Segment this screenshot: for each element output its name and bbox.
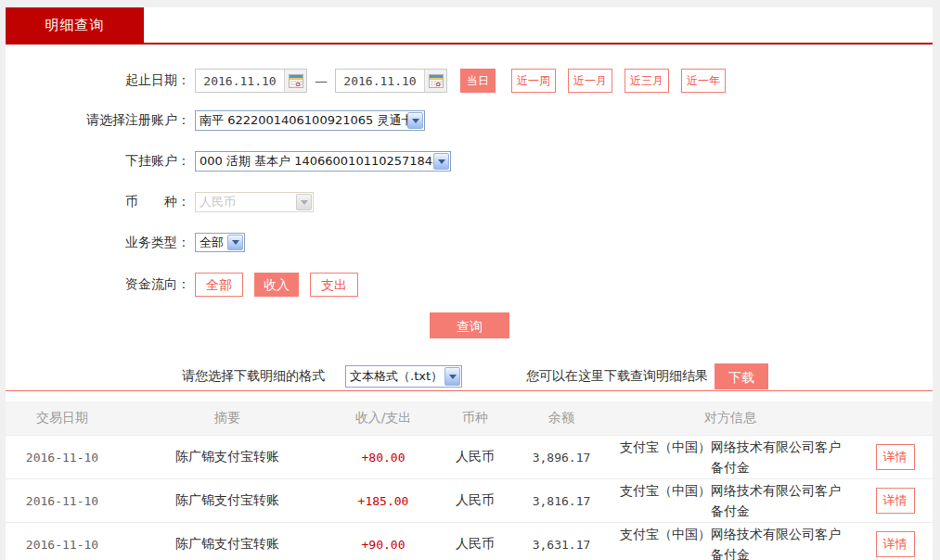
cell-summary: 陈广锦支付宝转账 — [119, 492, 336, 509]
currency-row: 币 种： 人民币 — [6, 192, 314, 212]
fund-flow-label: 资金流向： — [6, 276, 195, 293]
date-range-row: 起止日期： — — [6, 69, 726, 93]
header-currency: 币种 — [431, 410, 520, 426]
header-summary: 摘要 — [119, 410, 336, 426]
tab-underline — [6, 43, 933, 45]
counterparty-line1: 支付宝（中国）网络技术有限公司客户 — [603, 480, 857, 501]
currency-select: 人民币 — [195, 192, 314, 212]
business-type-value: 全部 — [200, 235, 224, 251]
download-format-label: 请您选择下载明细的格式 — [182, 368, 325, 385]
quick-range-month-button[interactable]: 近一月 — [568, 69, 612, 93]
counterparty-line2: 备付金 — [603, 544, 857, 560]
fund-flow-income-button[interactable]: 收入 — [254, 273, 299, 297]
cell-balance: 3,896.17 — [520, 451, 603, 465]
cell-date: 2016-11-10 — [6, 538, 119, 552]
header-amount: 收入/支出 — [336, 410, 431, 426]
currency-label: 币 种： — [6, 194, 195, 210]
register-account-row: 请选择注册账户： 南平 6222001406100921065 灵通卡 — [6, 110, 425, 131]
detail-button[interactable]: 详情 — [876, 531, 915, 557]
table-header: 交易日期 摘要 收入/支出 币种 余额 对方信息 — [6, 401, 933, 435]
form-table-divider — [6, 390, 933, 391]
header-counterparty: 对方信息 — [603, 410, 857, 426]
end-date-input[interactable] — [336, 74, 424, 88]
download-format-select[interactable]: 文本格式（.txt） — [345, 365, 462, 388]
cell-summary: 陈广锦支付宝转账 — [119, 449, 336, 465]
tab-detail-query[interactable]: 明细查询 — [6, 7, 144, 43]
register-account-value: 南平 6222001406100921065 灵通卡 — [200, 112, 413, 129]
chevron-down-icon — [227, 235, 243, 250]
start-date-field — [195, 69, 307, 93]
quick-range-today-button[interactable]: 当日 — [460, 69, 496, 93]
counterparty-line2: 备付金 — [603, 457, 857, 477]
download-format-value: 文本格式（.txt） — [350, 368, 443, 385]
download-hint: 您可以在这里下载查询明细结果 — [526, 368, 708, 385]
cell-date: 2016-11-10 — [6, 451, 119, 465]
detail-button[interactable]: 详情 — [876, 444, 915, 470]
table-row: 2016-11-10 陈广锦支付宝转账 +90.00 人民币 3,631.17 … — [6, 522, 933, 560]
date-separator: — — [315, 73, 328, 88]
sub-account-value: 000 活期 基本户 1406600101102571848 — [200, 153, 440, 170]
counterparty-line1: 支付宝（中国）网络技术有限公司客户 — [603, 437, 857, 457]
chevron-down-icon — [407, 112, 423, 129]
end-date-calendar-icon[interactable] — [424, 70, 446, 92]
start-date-input[interactable] — [196, 74, 284, 88]
business-type-row: 业务类型： 全部 — [6, 233, 245, 252]
download-button[interactable]: 下载 — [715, 363, 768, 389]
cell-currency: 人民币 — [431, 536, 520, 553]
sub-account-label: 下挂账户： — [6, 153, 195, 170]
quick-range-week-button[interactable]: 近一周 — [511, 69, 556, 93]
header-date: 交易日期 — [6, 410, 119, 426]
cell-date: 2016-11-10 — [6, 494, 119, 508]
cell-balance: 3,816.17 — [520, 494, 603, 508]
end-date-field — [335, 69, 447, 93]
register-account-select[interactable]: 南平 6222001406100921065 灵通卡 — [195, 110, 425, 131]
sub-account-row: 下挂账户： 000 活期 基本户 1406600101102571848 — [6, 151, 451, 172]
currency-value: 人民币 — [200, 194, 236, 210]
chevron-down-icon — [444, 367, 460, 386]
cell-currency: 人民币 — [431, 449, 520, 465]
start-date-calendar-icon[interactable] — [284, 70, 306, 92]
detail-button[interactable]: 详情 — [876, 488, 915, 514]
register-account-label: 请选择注册账户： — [6, 112, 195, 129]
date-range-label: 起止日期： — [6, 72, 195, 89]
cell-amount: +90.00 — [336, 538, 431, 552]
table-row: 2016-11-10 陈广锦支付宝转账 +80.00 人民币 3,896.17 … — [6, 435, 933, 478]
cell-counterparty: 支付宝（中国）网络技术有限公司客户 备付金 — [603, 524, 857, 560]
download-row: 请您选择下载明细的格式 文本格式（.txt） 您可以在这里下载查询明细结果 下载 — [6, 363, 933, 389]
cell-counterparty: 支付宝（中国）网络技术有限公司客户 备付金 — [603, 437, 857, 477]
fund-flow-all-button[interactable]: 全部 — [195, 273, 243, 297]
business-type-select[interactable]: 全部 — [195, 233, 245, 252]
cell-amount: +185.00 — [336, 494, 431, 508]
counterparty-line2: 备付金 — [603, 501, 857, 521]
sub-account-select[interactable]: 000 活期 基本户 1406600101102571848 — [195, 151, 451, 172]
cell-amount: +80.00 — [336, 451, 431, 465]
counterparty-line1: 支付宝（中国）网络技术有限公司客户 — [603, 524, 857, 544]
quick-range-year-button[interactable]: 近一年 — [681, 69, 726, 93]
chevron-down-icon — [433, 153, 449, 170]
cell-balance: 3,631.17 — [520, 538, 603, 552]
fund-flow-row: 资金流向： 全部 收入 支出 — [6, 273, 369, 297]
cell-summary: 陈广锦支付宝转账 — [119, 536, 336, 553]
table-row: 2016-11-10 陈广锦支付宝转账 +185.00 人民币 3,816.17… — [6, 478, 933, 522]
business-type-label: 业务类型： — [6, 235, 195, 251]
cell-counterparty: 支付宝（中国）网络技术有限公司客户 备付金 — [603, 480, 857, 521]
fund-flow-expense-button[interactable]: 支出 — [310, 273, 358, 297]
quick-range-quarter-button[interactable]: 近三月 — [625, 69, 669, 93]
header-balance: 余额 — [520, 410, 603, 426]
query-button[interactable]: 查询 — [430, 312, 509, 338]
main-panel: 明细查询 起止日期： — [6, 7, 933, 560]
cell-currency: 人民币 — [431, 492, 520, 509]
chevron-down-icon — [296, 194, 312, 210]
